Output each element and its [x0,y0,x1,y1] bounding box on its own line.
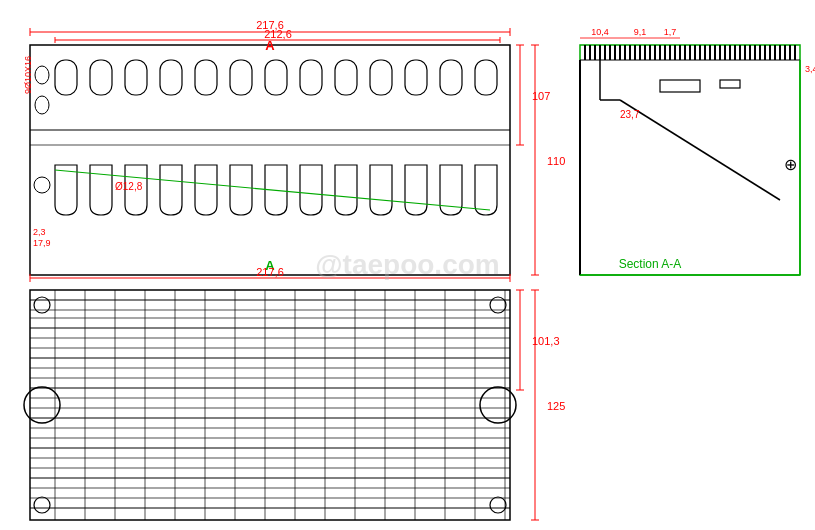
svg-rect-7 [195,60,217,95]
section-plus: ⊕ [784,156,797,173]
svg-rect-15 [475,60,497,95]
dim-small-1: 2,3 [33,227,46,237]
svg-rect-12 [370,60,392,95]
section-label: Section A-A [619,257,682,271]
svg-rect-80 [660,80,700,92]
dim-23-7: 23,7 [620,109,640,120]
dim-125: 125 [547,400,565,412]
svg-rect-8 [230,60,252,95]
svg-rect-0 [30,45,510,275]
svg-rect-88 [30,290,510,520]
svg-point-16 [35,66,49,84]
svg-rect-11 [335,60,357,95]
dim-110: 110 [547,155,565,167]
svg-rect-4 [90,60,112,95]
svg-point-128 [490,297,506,313]
svg-rect-6 [160,60,182,95]
dim-hole-dia: Ø12,8 [115,181,143,192]
dim-10-4: 10,4 [591,27,609,37]
dim-1-7: 1,7 [664,27,677,37]
svg-rect-81 [720,80,740,88]
svg-rect-9 [265,60,287,95]
svg-rect-3 [55,60,77,95]
svg-rect-5 [125,60,147,95]
svg-point-129 [34,497,50,513]
dim-101-3: 101,3 [532,335,560,347]
svg-rect-10 [300,60,322,95]
dim-hole-size: 9Ø10X16 [23,56,33,94]
main-canvas: @taepoo.com [0,0,815,530]
svg-point-130 [490,497,506,513]
dim-small-2: 17,9 [33,238,51,248]
svg-rect-14 [440,60,462,95]
svg-rect-13 [405,60,427,95]
svg-point-18 [34,177,50,193]
dim-9-1: 9,1 [634,27,647,37]
dim-bottom-width: 217,6 [256,266,284,278]
label-a-top: A [265,38,275,53]
svg-point-17 [35,96,49,114]
dim-3-4-2: 3,4 2 [805,64,815,74]
svg-point-127 [34,297,50,313]
svg-line-82 [620,100,780,200]
